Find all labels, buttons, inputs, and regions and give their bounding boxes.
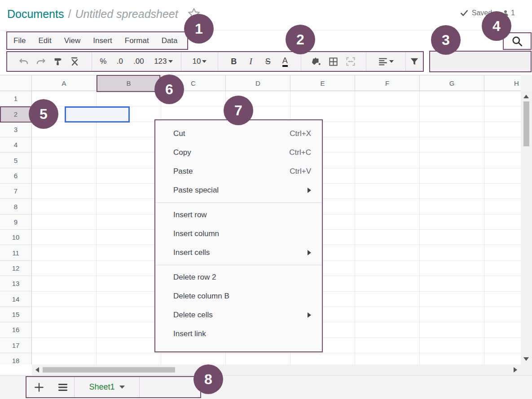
context-menu-item-delete-column-b[interactable]: Delete column B: [155, 287, 322, 306]
menu-data[interactable]: Data: [155, 36, 184, 45]
undo-button[interactable]: [15, 54, 32, 69]
context-menu-item-label: Insert cells: [173, 248, 308, 257]
row-header-7[interactable]: 7: [0, 184, 31, 199]
clear-format-button[interactable]: [66, 54, 84, 69]
toolbar: % .0 .00 123 10 B I S A: [6, 51, 424, 72]
context-menu-item-delete-row-2[interactable]: Delete row 2: [155, 268, 322, 287]
scroll-right-arrow-icon[interactable]: [514, 367, 517, 373]
row-header-6[interactable]: 6: [0, 168, 31, 184]
bold-button[interactable]: B: [225, 54, 242, 69]
add-sheet-button[interactable]: [26, 377, 52, 397]
context-menu-item-insert-link[interactable]: Insert link: [155, 324, 322, 343]
row-header-13[interactable]: 13: [0, 276, 31, 291]
annotation-badge-6: 6: [154, 75, 184, 104]
menu-file[interactable]: File: [13, 36, 32, 45]
toolbar-filter-group: [406, 52, 423, 71]
row-header-8[interactable]: 8: [0, 199, 31, 214]
context-menu-item-insert-cells[interactable]: Insert cells: [155, 243, 322, 262]
sheet-list-button[interactable]: [52, 377, 74, 397]
scroll-down-arrow-icon[interactable]: [523, 357, 529, 361]
merge-cells-button[interactable]: [342, 54, 359, 69]
caret-down-icon: [202, 60, 207, 63]
increase-decimal-button[interactable]: .00: [129, 54, 149, 69]
fill-color-button[interactable]: [308, 54, 325, 69]
vertical-scrollbar[interactable]: [521, 91, 532, 364]
vertical-scrollbar-thumb[interactable]: [523, 101, 529, 146]
column-header-e[interactable]: E: [290, 75, 355, 91]
sheet-tab-sheet1[interactable]: Sheet1: [74, 377, 140, 397]
text-color-button[interactable]: A: [277, 54, 294, 69]
toolbar-history-group: [7, 52, 92, 71]
borders-button[interactable]: [325, 54, 342, 69]
caret-down-icon: [389, 60, 394, 63]
context-menu-item-copy[interactable]: CopyCtrl+C: [155, 143, 322, 162]
row-header-5[interactable]: 5: [0, 153, 31, 168]
row-header-18[interactable]: 18: [0, 353, 31, 364]
context-menu-item-label: Delete row 2: [173, 273, 311, 282]
row-header-9[interactable]: 9: [0, 215, 31, 230]
redo-icon: [35, 56, 46, 67]
grid-corner-cell[interactable]: [0, 75, 32, 91]
document-title[interactable]: Untitled spreadsheet: [75, 8, 178, 21]
row-header-11[interactable]: 11: [0, 245, 31, 260]
menu-format[interactable]: Format: [119, 36, 155, 45]
row-header-15[interactable]: 15: [0, 307, 31, 322]
column-header-g[interactable]: G: [420, 75, 484, 91]
scroll-left-arrow-icon[interactable]: [35, 367, 39, 373]
submenu-arrow-icon: [308, 250, 311, 255]
selected-cell-b2[interactable]: [65, 106, 130, 123]
filter-button[interactable]: [406, 54, 423, 69]
row-header-4[interactable]: 4: [0, 137, 31, 153]
column-header-d[interactable]: D: [226, 75, 290, 91]
toolbar-cell-format-group: [301, 52, 367, 71]
context-menu-item-label: Insert row: [173, 210, 311, 219]
row-header-10[interactable]: 10: [0, 230, 31, 245]
context-menu-item-insert-row[interactable]: Insert row: [155, 206, 322, 224]
column-header-h[interactable]: H: [484, 75, 521, 91]
row-header-3[interactable]: 3: [0, 122, 31, 137]
context-menu-item-cut[interactable]: CutCtrl+X: [155, 124, 322, 143]
italic-button[interactable]: I: [242, 54, 259, 69]
borders-icon: [328, 57, 339, 67]
scrollbar-corner: [521, 364, 532, 375]
decrease-decimal-button[interactable]: .0: [112, 54, 128, 69]
annotation-badge-2: 2: [286, 25, 315, 54]
menu-edit[interactable]: Edit: [32, 36, 57, 45]
row-header-2[interactable]: 2: [0, 106, 31, 122]
row-header-16[interactable]: 16: [0, 322, 31, 338]
horizontal-align-dropdown[interactable]: [378, 54, 395, 69]
context-menu-item-paste-special[interactable]: Paste special: [155, 181, 322, 200]
horizontal-scrollbar-thumb[interactable]: [43, 367, 175, 373]
context-menu-item-delete-cells[interactable]: Delete cells: [155, 306, 322, 324]
strikethrough-button[interactable]: S: [259, 54, 277, 69]
sheet-menu-caret-icon[interactable]: [119, 386, 125, 389]
format-percent-button[interactable]: %: [96, 54, 111, 69]
submenu-arrow-icon: [308, 188, 311, 193]
scroll-up-arrow-icon[interactable]: [523, 95, 529, 98]
row-header-12[interactable]: 12: [0, 261, 31, 276]
row-header-1[interactable]: 1: [0, 91, 31, 106]
row-header-17[interactable]: 17: [0, 338, 31, 353]
font-size-dropdown[interactable]: 10: [191, 54, 208, 69]
paint-format-button[interactable]: [49, 54, 66, 69]
annotation-badge-7: 7: [224, 96, 253, 125]
column-header-b[interactable]: B: [97, 75, 161, 91]
menu-insert[interactable]: Insert: [87, 36, 119, 45]
context-menu-item-label: Copy: [173, 148, 289, 157]
menu-view[interactable]: View: [58, 36, 87, 45]
saved-check-icon: [460, 9, 468, 17]
context-menu-item-label: Cut: [173, 129, 290, 138]
clear-format-icon: [70, 56, 80, 67]
more-formats-dropdown[interactable]: 123: [149, 54, 177, 69]
breadcrumb-documents-link[interactable]: Documents: [7, 8, 64, 21]
top-header: Documents / Untitled spreadsheet Saved 1: [0, 0, 532, 31]
context-menu-item-insert-column[interactable]: Insert column: [155, 224, 322, 243]
context-menu-item-paste[interactable]: PasteCtrl+V: [155, 162, 322, 181]
column-header-a[interactable]: A: [32, 75, 97, 91]
horizontal-scrollbar[interactable]: [32, 364, 521, 375]
redo-button[interactable]: [32, 54, 49, 69]
context-menu-shortcut: Ctrl+X: [290, 129, 311, 138]
column-header-f[interactable]: F: [355, 75, 420, 91]
breadcrumb-separator: /: [68, 8, 71, 21]
row-header-14[interactable]: 14: [0, 291, 31, 307]
